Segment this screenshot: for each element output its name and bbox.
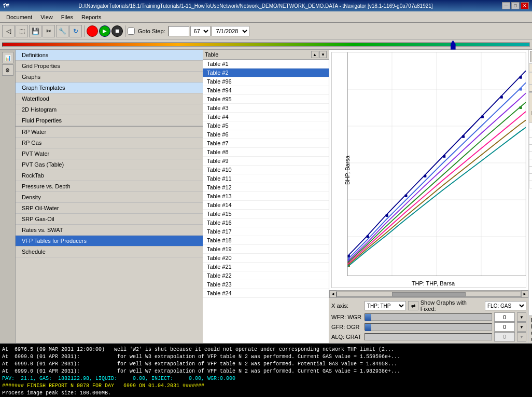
table-item-3[interactable]: Table #3 [203,104,329,113]
table-item-2[interactable]: Table #2 [203,69,329,77]
toolbar-btn-3[interactable]: 💾 [29,25,41,37]
sidebar-item-schedule[interactable]: Schedule [16,247,203,257]
table-item-1[interactable]: Table #1 [203,60,329,69]
menu-reports[interactable]: Reports [77,13,106,21]
console[interactable]: At 6976.5 (09 MAR 2031 12:00:00) well 'W… [0,343,532,397]
table-item-23[interactable]: Table #23 [203,280,329,289]
toolbar-btn-1[interactable]: ◁ [2,25,15,37]
alq-dropdown[interactable]: ▼ [517,332,526,341]
table-item-24[interactable]: Table #24 [203,289,329,298]
toolbar-btn-2[interactable]: ⬚ [16,25,28,37]
close-button[interactable]: ✕ [521,2,529,9]
sidebar-item-fluid-properties[interactable]: Fluid Properties [16,115,203,126]
table-item-94[interactable]: Table #94 [203,86,329,95]
sidebar-item-graphs[interactable]: Graphs [16,72,203,83]
sidebar-item-srp-oil-water[interactable]: SRP Oil-Water [16,203,203,214]
sidebar-icon-chart[interactable]: 📊 [2,52,13,63]
x-axis-select[interactable]: THP: THP [365,301,406,310]
sidebar-item-pressure-depth[interactable]: Pressure vs. Depth [16,181,203,192]
timeline-track[interactable] [2,43,530,47]
fixed-select[interactable]: FLO: GAS [485,301,526,310]
table-item-96[interactable]: Table #96 [203,77,329,86]
sidebar-item-pvt-gas[interactable]: PVT Gas (Table) [16,159,203,170]
play-button[interactable]: ▶ [99,25,110,37]
table-item-11[interactable]: Table #11 [203,174,329,183]
swap-button[interactable]: ⇄ [408,301,418,310]
right-icon-1[interactable]: 📊 [530,51,532,62]
sidebar-item-srp-gas-oil[interactable]: SRP Gas-Oil [16,214,203,225]
gfr-slider[interactable] [365,323,492,331]
scroll-right-btn[interactable]: ► [521,291,528,298]
toolbar-btn-refresh[interactable]: ↻ [69,25,82,37]
table-item-95[interactable]: Table #95 [203,95,329,104]
menu-view[interactable]: View [36,13,57,21]
sidebar-item-rp-gas[interactable]: RP Gas [16,138,203,148]
menu-files[interactable]: Files [57,13,77,21]
date-select[interactable]: 7/1/2028 [212,26,249,36]
table-list: Table #1 Table #2 Table #96 Table #94 Ta… [203,60,329,343]
timeline [0,39,532,50]
table-item-18[interactable]: Table #18 [203,236,329,245]
table-item-9[interactable]: Table #9 [203,157,329,166]
table-item-14[interactable]: Table #14 [203,201,329,210]
table-item-21[interactable]: Table #21 [203,263,329,271]
chart-area: BHP, Barsa [329,50,532,343]
sidebar-item-rp-water[interactable]: RP Water [16,127,203,138]
table-item-15[interactable]: Table #15 [203,210,329,218]
table-item-12[interactable]: Table #12 [203,183,329,192]
toolbar-btn-4[interactable]: ✂ [43,25,55,37]
table-item-17[interactable]: Table #17 [203,227,329,236]
sidebar-item-pvt-water[interactable]: PVT Water [16,148,203,159]
table-scroll-down[interactable]: ▼ [319,51,327,58]
gfr-dropdown[interactable]: ▼ [517,322,526,332]
table-item-6[interactable]: Table #6 [203,130,329,139]
table-item-19[interactable]: Table #19 [203,245,329,254]
table-item-16[interactable]: Table #16 [203,218,329,227]
table-scroll-up[interactable]: ▲ [311,51,318,58]
sidebar-icon-strip: 📊 ⚙ [0,50,16,343]
step-select[interactable]: 67 [190,26,211,36]
minimize-button[interactable]: ─ [502,2,510,9]
sidebar-item-rocktab[interactable]: RockTab [16,170,203,181]
wfr-dropdown[interactable]: ▼ [517,312,526,322]
console-line-2: At 6999.0 (01 APR 2031): for well W3 ext… [2,353,530,361]
table-item-5[interactable]: Table #5 [203,121,329,130]
scroll-left-btn[interactable]: ◄ [329,291,337,298]
sidebar-item-vfp-producers[interactable]: VFP Tables for Producers [16,236,203,247]
wfr-slider[interactable] [365,313,492,321]
sidebar-item-grid-properties[interactable]: Grid Properties [16,61,203,72]
menu-document[interactable]: Document [2,13,36,21]
table-item-13[interactable]: Table #13 [203,192,329,201]
scroll-track-h[interactable] [337,292,521,297]
stop-button[interactable] [87,25,98,37]
table-item-20[interactable]: Table #20 [203,254,329,263]
sidebar: 📊 ⚙ Definitions Grid Properties Graphs G… [0,50,203,343]
table-item-10[interactable]: Table #10 [203,166,329,174]
chart-top: BHP, Barsa [329,50,532,343]
maximize-button[interactable]: □ [511,2,520,9]
sidebar-item-definitions[interactable]: Definitions [16,50,203,61]
table-item-22[interactable]: Table #22 [203,271,329,280]
sidebar-item-rates-swat[interactable]: Rates vs. SWAT [16,225,203,236]
svg-rect-15 [462,135,465,138]
sidebar-item-graph-templates[interactable]: Graph Templates [16,83,203,93]
toolbar-btn-wrench[interactable]: 🔧 [56,25,68,37]
table-item-4[interactable]: Table #4 [203,113,329,121]
pause-button[interactable]: ⏹ [111,25,123,37]
chart-right-panel: 📊 ⬇ BHP (FLO: GAS= 20000.000000 sm3/day)… [528,50,532,343]
goto-input[interactable] [169,26,189,36]
wfr-input[interactable] [494,312,515,322]
chart-wrapper: BHP, Barsa [329,50,528,343]
goto-checkbox[interactable] [128,28,135,35]
sidebar-item-density[interactable]: Density [16,192,203,203]
sidebar-item-2d-histogram[interactable]: 2D Histogram [16,104,203,115]
table-item-7[interactable]: Table #7 [203,139,329,148]
sidebar-item-waterflood[interactable]: Waterflood [16,93,203,104]
alq-input[interactable] [494,332,515,341]
table-row: 4547.9945 [529,145,533,152]
alq-slider[interactable] [365,333,492,340]
gfr-input[interactable] [494,322,515,332]
sidebar-icon-gear[interactable]: ⚙ [2,64,13,76]
table-item-8[interactable]: Table #8 [203,148,329,157]
table-row: 2526.6088 [529,130,533,138]
